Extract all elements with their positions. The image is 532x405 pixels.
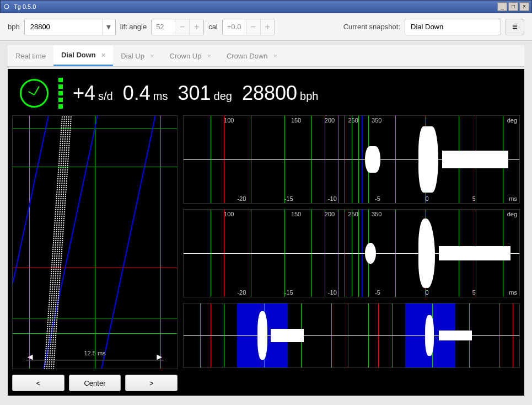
close-button[interactable]: ×: [519, 2, 529, 11]
signal-dots-icon: [58, 78, 63, 109]
tab-crownup[interactable]: Crown Up×: [162, 46, 219, 66]
lift-plus-button[interactable]: +: [189, 19, 203, 35]
waveform-1: 100 150 200 250 350 deg -20 -15 -10 -5 0…: [183, 115, 520, 204]
lift-label: lift angle: [120, 23, 147, 31]
beat-metric: 0.4ms: [123, 82, 168, 105]
bph-metric: 28800bph: [242, 82, 318, 105]
rate-metric: +4s/d: [73, 82, 113, 105]
cal-label: cal: [208, 23, 218, 31]
display-area: +4s/d 0.4ms 301deg 28800bph: [8, 69, 524, 396]
nav-left-button[interactable]: <: [12, 375, 65, 391]
maximize-button[interactable]: □: [508, 2, 518, 11]
snapshot-label: Current snapshot:: [343, 23, 400, 31]
readout: +4s/d 0.4ms 301deg 28800bph: [12, 73, 520, 115]
waveform-2: 100 150 200 250 350 deg -20 -15 -10 -5 0…: [183, 209, 520, 297]
lift-spinner[interactable]: − +: [151, 19, 204, 35]
tab-dialdown[interactable]: Dial Down×: [53, 45, 113, 66]
close-icon[interactable]: ×: [207, 52, 211, 60]
bph-input[interactable]: [25, 19, 102, 35]
hamburger-icon[interactable]: ≡: [506, 19, 524, 35]
amp-metric: 301deg: [178, 82, 232, 105]
clock-icon: [20, 79, 49, 108]
svg-point-0: [4, 4, 9, 9]
cal-spinner[interactable]: − +: [222, 19, 275, 35]
nav-center-button[interactable]: Center: [69, 375, 121, 391]
tab-crowndown[interactable]: Crown Down×: [219, 46, 285, 66]
tab-dialup[interactable]: Dial Up×: [113, 46, 162, 66]
close-icon[interactable]: ×: [273, 52, 277, 60]
nav-buttons: < Center >: [12, 375, 178, 391]
scatter-plot: 12.5 ms ◄ ►: [12, 115, 178, 369]
window-title: Tg 0.5.0: [14, 3, 496, 10]
tabs: Real time Dial Down× Dial Up× Crown Up× …: [8, 45, 524, 67]
bph-combo[interactable]: ▾: [24, 19, 116, 35]
cal-input[interactable]: [223, 19, 246, 35]
close-icon[interactable]: ×: [101, 51, 106, 59]
scatter-scale-label: 12.5 ms: [84, 350, 105, 356]
chevron-down-icon[interactable]: ▾: [102, 19, 115, 35]
lift-input[interactable]: [152, 19, 175, 35]
tab-realtime[interactable]: Real time: [8, 46, 53, 66]
lift-minus-button[interactable]: −: [175, 19, 189, 35]
cal-plus-button[interactable]: +: [260, 19, 275, 35]
toolbar: bph ▾ lift angle − + cal − + Current sna…: [0, 13, 532, 41]
app-icon: [3, 3, 10, 10]
snapshot-input[interactable]: [405, 19, 501, 35]
bph-label: bph: [8, 23, 20, 31]
waveform-3: [183, 303, 520, 368]
nav-right-button[interactable]: >: [125, 375, 178, 391]
close-icon[interactable]: ×: [150, 52, 154, 60]
minimize-button[interactable]: _: [497, 2, 507, 11]
titlebar: Tg 0.5.0 _ □ ×: [0, 0, 532, 13]
cal-minus-button[interactable]: −: [246, 19, 260, 35]
